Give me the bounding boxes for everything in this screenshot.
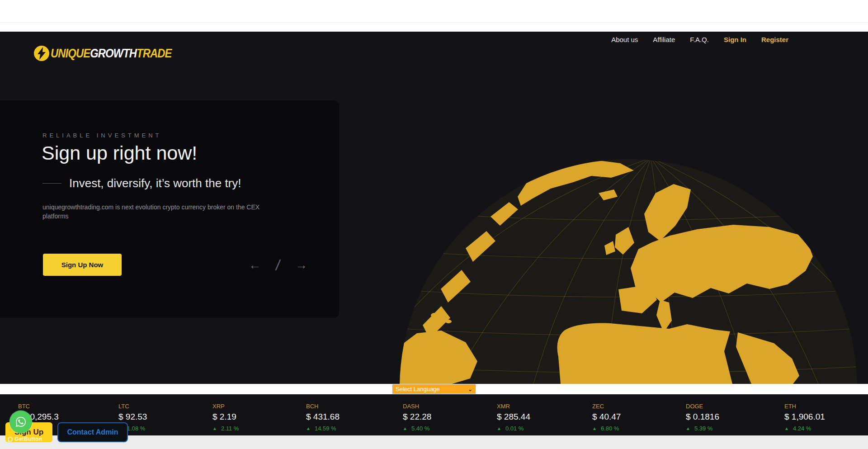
main-section: UNIQUEGROWTHTRADE About us Affiliate F.A…	[0, 32, 868, 384]
ticker-item-doge: DOGE $ 0.1816 ▲ 5.39 %	[686, 403, 719, 432]
hero-description: uniquegrowthtrading.com is next evolutio…	[42, 203, 264, 221]
subtitle-line	[42, 183, 61, 184]
top-navigation: About us Affiliate F.A.Q. Sign In Regist…	[611, 32, 788, 47]
logo-text-growth: GROWTH	[90, 47, 137, 60]
ticker-price: $ 285.44	[497, 412, 530, 422]
ticker-change: ▲ 0.01 %	[497, 425, 530, 432]
ticker-symbol: BCH	[306, 403, 340, 410]
ticker-symbol: ZEC	[592, 403, 621, 410]
ticker-price: $ 1,906.01	[784, 412, 825, 422]
logo-text-trade: TRADE	[137, 47, 171, 60]
ticker-price: $ 92.53	[118, 412, 147, 422]
hero-title: Sign up right now!	[42, 142, 197, 164]
nav-register[interactable]: Register	[761, 36, 788, 43]
ticker-price: $ 22.28	[403, 412, 431, 422]
top-bar	[0, 0, 868, 32]
whatsapp-icon	[14, 415, 28, 429]
ticker-item-eth: ETH $ 1,906.01 ▲ 4.24 %	[784, 403, 825, 432]
ticker-item-dash: DASH $ 22.28 ▲ 5.40 %	[403, 403, 431, 432]
carousel-controls: ← / →	[249, 252, 307, 278]
ticker-item-zec: ZEC $ 40.47 ▲ 6.80 %	[592, 403, 621, 432]
logo-text-unique: UNIQUE	[51, 47, 90, 60]
ticker-price: $ 431.68	[306, 412, 340, 422]
ticker-price: $ 0.1816	[686, 412, 719, 422]
ticker-symbol: XMR	[497, 403, 530, 410]
nav-sign-in[interactable]: Sign In	[724, 36, 746, 43]
ticker-change: ▲ 2.11 %	[212, 425, 239, 432]
ticker-change: ▲ 6.80 %	[592, 425, 621, 432]
nav-about-us[interactable]: About us	[611, 36, 638, 43]
logo[interactable]: UNIQUEGROWTHTRADE	[33, 43, 188, 63]
page: UNIQUEGROWTHTRADE About us Affiliate F.A…	[0, 0, 868, 449]
ticker-symbol: XRP	[212, 403, 239, 410]
up-triangle-icon: ▲	[212, 426, 217, 431]
ticker-item-bch: BCH $ 431.68 ▲ 14.59 %	[306, 403, 340, 432]
up-triangle-icon: ▲	[784, 426, 789, 431]
hero-subtitle: Invest, diversify, it’s worth the try!	[69, 176, 241, 190]
bottom-strip	[0, 435, 868, 449]
ticker-price: $ 2.19	[212, 412, 239, 422]
hero-kicker: RELIABLE INVESTMENT	[42, 132, 162, 139]
up-triangle-icon: ▲	[592, 426, 597, 431]
top-divider	[0, 22, 868, 23]
language-select[interactable]: Select Language ⌄	[392, 384, 476, 394]
ticker-symbol: LTC	[118, 403, 147, 410]
nav-affiliate[interactable]: Affiliate	[653, 36, 675, 43]
hero-card: RELIABLE INVESTMENT Sign up right now! I…	[0, 100, 339, 318]
getbutton-watermark[interactable]: GetButton	[8, 436, 42, 442]
whatsapp-chat-button[interactable]	[9, 411, 32, 433]
ticker-change: ▲ 4.24 %	[784, 425, 825, 432]
chevron-down-icon: ⌄	[468, 386, 472, 392]
contact-admin-button[interactable]: Contact Admin	[57, 422, 128, 442]
globe-illustration	[398, 152, 868, 384]
getbutton-label: GetButton	[14, 436, 42, 442]
logo-bolt-icon	[33, 45, 50, 61]
hero-subtitle-row: Invest, diversify, it’s worth the try!	[42, 176, 241, 190]
carousel-separator: /	[275, 256, 282, 274]
getbutton-icon	[8, 437, 13, 442]
ticker-symbol: DASH	[403, 403, 431, 410]
crypto-ticker: BTC $ 90,295.3 ▲ LTC $ 92.53 ▲ 1.08 % XR…	[0, 394, 868, 435]
ticker-symbol: BTC	[18, 403, 59, 410]
ticker-change: ▲ 5.40 %	[403, 425, 431, 432]
nav-faq[interactable]: F.A.Q.	[690, 36, 709, 43]
carousel-next-icon[interactable]: →	[295, 259, 307, 271]
ticker-symbol: ETH	[784, 403, 825, 410]
up-triangle-icon: ▲	[403, 426, 407, 431]
ticker-change: ▲ 14.59 %	[306, 425, 340, 432]
up-triangle-icon: ▲	[306, 426, 311, 431]
ticker-price: $ 40.47	[592, 412, 621, 422]
up-triangle-icon: ▲	[686, 426, 690, 431]
language-strip: Select Language ⌄	[0, 384, 868, 394]
language-select-value: Select Language	[396, 386, 440, 392]
carousel-prev-icon[interactable]: ←	[249, 259, 261, 271]
up-triangle-icon: ▲	[497, 426, 501, 431]
ticker-item-xmr: XMR $ 285.44 ▲ 0.01 %	[497, 403, 530, 432]
ticker-item-xrp: XRP $ 2.19 ▲ 2.11 %	[212, 403, 239, 432]
ticker-change: ▲ 5.39 %	[686, 425, 719, 432]
ticker-symbol: DOGE	[686, 403, 719, 410]
sign-up-now-button[interactable]: Sign Up Now	[43, 254, 122, 276]
